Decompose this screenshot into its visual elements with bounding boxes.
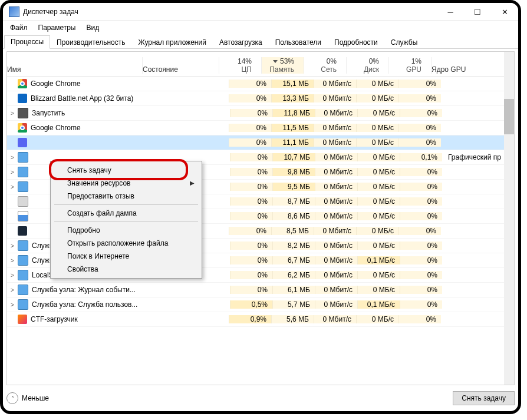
col-cpu[interactable]: 14%ЦП: [219, 57, 262, 74]
menu-view[interactable]: Вид: [81, 22, 104, 33]
network-value: 0 Мбит/с: [315, 168, 357, 176]
tab-bar: ПроцессыПроизводительностьЖурнал приложе…: [3, 34, 518, 49]
close-button[interactable]: ✕: [491, 3, 518, 21]
network-value: 0 Мбит/с: [315, 242, 357, 250]
network-value: 0 Мбит/с: [315, 212, 357, 220]
tab-2[interactable]: Журнал приложений: [132, 36, 213, 49]
end-task-button[interactable]: Снять задачу: [453, 391, 515, 405]
expand-icon[interactable]: >: [7, 287, 18, 293]
expand-icon[interactable]: >: [7, 257, 18, 264]
disk-value: 0 МБ/с: [357, 242, 400, 250]
gpu-value: 0%: [400, 256, 442, 264]
gpu-value: 0%: [398, 124, 441, 132]
disk-value: 0 МБ/с: [356, 80, 398, 88]
menu-item-6[interactable]: Подробно: [52, 224, 200, 237]
gpu-value: 0%: [400, 286, 442, 294]
process-icon: [18, 108, 28, 118]
process-icon: [18, 255, 28, 266]
cpu-value: 0%: [229, 227, 271, 235]
expand-icon[interactable]: >: [7, 110, 18, 117]
process-icon: [18, 167, 28, 177]
tab-1[interactable]: Производительность: [50, 36, 131, 49]
scrollbar-track[interactable]: [504, 52, 514, 385]
gpu-value: 0%: [398, 315, 441, 323]
cpu-value: 0%: [230, 153, 272, 161]
cpu-value: 0%: [229, 124, 271, 132]
menu-separator: [54, 204, 198, 205]
cpu-value: 0%: [230, 242, 272, 250]
process-row[interactable]: >Служба узла: Служба пользов...0,5%5,7 М…: [7, 297, 514, 312]
process-row[interactable]: Google Chrome0%15,1 МБ0 Мбит/с0 МБ/с0%: [7, 77, 514, 91]
network-value: 0 Мбит/с: [315, 286, 357, 294]
menu-item-0[interactable]: Снять задачу: [52, 164, 200, 177]
expand-icon[interactable]: >: [7, 169, 18, 176]
scrollbar-thumb[interactable]: [504, 99, 514, 134]
menu-item-8[interactable]: Поиск в Интернете: [52, 250, 200, 263]
col-disk[interactable]: 0%Диск: [347, 57, 389, 74]
submenu-arrow-icon: ▶: [190, 180, 195, 186]
process-row[interactable]: CTF-загрузчик0,9%5,6 МБ0 Мбит/с0 МБ/с0%: [7, 312, 514, 327]
disk-value: 0 МБ/с: [357, 212, 400, 220]
expand-icon[interactable]: >: [7, 272, 18, 279]
tab-4[interactable]: Пользователи: [269, 36, 328, 49]
menu-item-7[interactable]: Открыть расположение файла: [52, 237, 200, 250]
memory-value: 8,7 МБ: [272, 197, 315, 206]
menu-item-4[interactable]: Создать файл дампа: [52, 207, 200, 220]
expand-icon[interactable]: >: [7, 243, 18, 249]
disk-value: 0 МБ/с: [357, 286, 400, 294]
menu-options[interactable]: Параметры: [34, 22, 81, 33]
process-row[interactable]: Google Chrome0%11,5 МБ0 Мбит/с0 МБ/с0%: [7, 121, 514, 135]
cpu-value: 0%: [230, 212, 272, 220]
fewer-details-button[interactable]: ˄ Меньше: [6, 392, 49, 404]
memory-value: 15,1 МБ: [271, 80, 314, 88]
process-icon: [18, 94, 27, 103]
expand-icon[interactable]: >: [7, 302, 18, 308]
col-gpu-engine[interactable]: Ядро GPU: [432, 57, 514, 74]
menu-item-1[interactable]: Значения ресурсов▶: [52, 177, 200, 190]
memory-value: 10,7 МБ: [272, 153, 315, 161]
process-icon: [18, 181, 28, 192]
maximize-button[interactable]: ☐: [464, 3, 491, 21]
expand-icon[interactable]: >: [7, 154, 18, 161]
menu-item-2[interactable]: Предоставить отзыв: [52, 190, 200, 203]
tab-6[interactable]: Службы: [384, 36, 424, 49]
tab-3[interactable]: Автозагрузка: [213, 36, 269, 49]
gpu-value: 0%: [400, 183, 442, 191]
cpu-value: 0%: [230, 168, 272, 176]
process-icon: [18, 211, 28, 221]
memory-value: 6,7 МБ: [272, 256, 315, 264]
gpu-value: 0%: [398, 227, 441, 235]
expand-icon[interactable]: >: [7, 184, 18, 190]
col-network[interactable]: 0%Сеть: [304, 57, 347, 74]
gpu-value: 0%: [398, 80, 441, 88]
col-state[interactable]: Состояние: [143, 57, 219, 74]
menu-file[interactable]: Файл: [5, 22, 32, 33]
minimize-button[interactable]: ─: [437, 3, 464, 21]
process-row[interactable]: 0%11,1 МБ0 Мбит/с0 МБ/с0%: [7, 135, 514, 150]
memory-value: 11,1 МБ: [271, 138, 314, 147]
window-title: Диспетчер задач: [23, 8, 78, 16]
menu-item-9[interactable]: Свойства: [52, 263, 200, 276]
process-name: Служба узла: Служба пользов...: [32, 300, 153, 309]
process-name: Blizzard Battle.net App (32 бита): [31, 94, 152, 102]
process-icon: [18, 299, 28, 310]
cpu-value: 0%: [229, 94, 271, 102]
col-name[interactable]: Имя: [7, 57, 143, 74]
memory-value: 8,6 МБ: [272, 212, 315, 220]
titlebar: Диспетчер задач ─ ☐ ✕: [3, 3, 518, 21]
tab-0[interactable]: Процессы: [4, 35, 50, 49]
process-row[interactable]: >Запустить0%11,8 МБ0 Мбит/с0 МБ/с0%: [7, 106, 514, 121]
process-icon: [18, 240, 28, 251]
col-memory[interactable]: 53%Память: [262, 57, 304, 74]
col-gpu[interactable]: 1%GPU: [389, 57, 432, 74]
memory-value: 11,8 МБ: [272, 109, 315, 117]
tab-5[interactable]: Подробности: [328, 36, 384, 49]
process-row[interactable]: >Служба узла: Журнал событи...0%6,1 МБ0 …: [7, 283, 514, 297]
disk-value: 0 МБ/с: [357, 271, 400, 279]
process-row[interactable]: Blizzard Battle.net App (32 бита)0%13,3 …: [7, 91, 514, 106]
process-name: CTF-загрузчик: [31, 315, 152, 323]
gpu-value: 0%: [400, 109, 442, 117]
gpu-value: 0%: [400, 212, 442, 220]
process-icon: [18, 138, 27, 147]
fewer-details-label: Меньше: [22, 394, 49, 402]
